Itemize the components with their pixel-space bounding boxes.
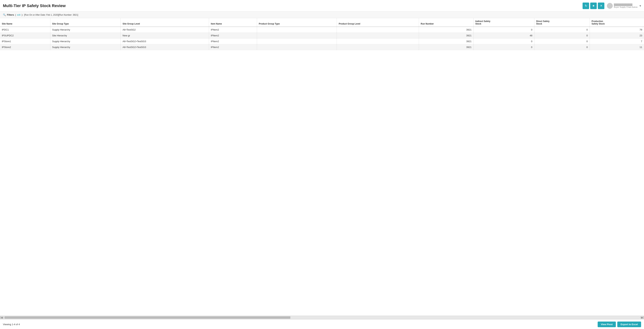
footer-buttons: View Pivot Export to Excel	[598, 322, 641, 327]
cell-product_group_level	[337, 27, 419, 33]
close-button[interactable]: ✕	[598, 2, 604, 9]
col-header-production-safety-stock[interactable]: ProductionSafety Stock	[590, 18, 644, 27]
scroll-track[interactable]	[4, 316, 640, 319]
cell-direct_safety_stock: 0	[534, 38, 590, 44]
cell-site_name: IPDC1	[0, 27, 50, 33]
export-excel-button[interactable]: Export to Excel	[617, 322, 641, 327]
cell-product_group_type	[257, 44, 337, 50]
cell-product_group_level	[337, 38, 419, 44]
cell-item_name: IPItem2	[209, 33, 257, 38]
cell-direct_safety_stock: 0	[534, 27, 590, 33]
table-row[interactable]: IPStore1Supply HierarchyAll>TestSG2>Test…	[0, 38, 644, 44]
col-header-site-name[interactable]: Site Name	[0, 18, 50, 27]
cell-production_safety_stock: 7	[590, 38, 644, 44]
avatar	[607, 3, 613, 9]
cell-run_number: 3921	[419, 27, 473, 33]
col-header-item-name[interactable]: Item Name	[209, 18, 257, 27]
filters-edit-paren-close: ):	[22, 14, 23, 16]
cell-site_group_type: Supply Hierarchy	[50, 44, 121, 50]
table-header-row: Site Name Site Group Type Site Group Lev…	[0, 18, 644, 27]
cell-indirect_safety_stock: 0	[473, 27, 534, 33]
data-table: Site Name Site Group Type Site Group Lev…	[0, 18, 644, 50]
cell-production_safety_stock: 23	[590, 33, 644, 38]
cell-item_name: IPItem2	[209, 27, 257, 33]
cell-product_group_type	[257, 38, 337, 44]
filters-bar: 🔍 Filters ( edit ): [Run On or After Dat…	[0, 12, 644, 18]
table-row[interactable]: IPStore2Supply HierarchyAll>TestSG2>Test…	[0, 44, 644, 50]
scroll-thumb[interactable]	[4, 316, 290, 319]
col-header-indirect-safety-stock[interactable]: Indirect SafetyStock	[473, 18, 534, 27]
scroll-left-arrow[interactable]: ◀	[0, 316, 4, 319]
header: Multi-Tier IP Safety Stock Review ↻ ★ ✕ …	[0, 0, 644, 12]
header-actions: ↻ ★ ✕ ████████████ Buyer Supply Chain Ad…	[582, 2, 641, 9]
cell-site_group_level: All>TestSG2>TestSG3	[121, 44, 209, 50]
cell-direct_safety_stock: 0	[534, 33, 590, 38]
cell-product_group_type	[257, 33, 337, 38]
cell-run_number: 3921	[419, 33, 473, 38]
user-details: ████████████ Buyer Supply Chain Admin	[614, 4, 638, 8]
user-dropdown-icon[interactable]: ▾	[640, 4, 641, 8]
footer: Viewing 1-4 of 4 View Pivot Export to Ex…	[0, 320, 644, 329]
cell-indirect_safety_stock: 48	[473, 33, 534, 38]
col-header-product-group-level[interactable]: Product Group Level	[337, 18, 419, 27]
cell-site_name: IPStore1	[0, 38, 50, 44]
cell-item_name: IPItem2	[209, 44, 257, 50]
cell-site_name: IPSUPDC2	[0, 33, 50, 38]
cell-direct_safety_stock: 0	[534, 44, 590, 50]
refresh-button[interactable]: ↻	[582, 2, 589, 9]
cell-run_number: 3921	[419, 44, 473, 50]
horizontal-scrollbar[interactable]: ◀ ▶	[0, 315, 644, 320]
cell-indirect_safety_stock: 0	[473, 38, 534, 44]
filters-edit-link[interactable]: edit	[17, 14, 20, 16]
viewing-count: Viewing 1-4 of 4	[3, 323, 20, 326]
col-header-site-group-level[interactable]: Site Group Level	[121, 18, 209, 27]
table-row[interactable]: IPSUPDC2Site HierarchyNew grIPItem239214…	[0, 33, 644, 38]
table-container[interactable]: Site Name Site Group Type Site Group Lev…	[0, 18, 644, 315]
filters-edit-paren: (	[15, 14, 16, 16]
cell-item_name: IPItem2	[209, 38, 257, 44]
filters-label: Filters	[7, 14, 14, 16]
cell-production_safety_stock: 79	[590, 27, 644, 33]
cell-site_group_level: New gr	[121, 33, 209, 38]
favorite-button[interactable]: ★	[590, 2, 597, 9]
user-role: Buyer Supply Chain Admin	[614, 6, 638, 8]
search-icon: 🔍	[3, 14, 6, 16]
cell-product_group_level	[337, 44, 419, 50]
user-info: ████████████ Buyer Supply Chain Admin ▾	[607, 3, 641, 9]
cell-site_group_type: Site Hierarchy	[50, 33, 121, 38]
cell-product_group_level	[337, 33, 419, 38]
cell-site_group_type: Supply Hierarchy	[50, 27, 121, 33]
user-name: ████████████	[614, 4, 638, 6]
table-body: IPDC1Supply HierarchyAll>TestSG2IPItem23…	[0, 27, 644, 50]
page-title: Multi-Tier IP Safety Stock Review	[3, 4, 66, 8]
table-row[interactable]: IPDC1Supply HierarchyAll>TestSG2IPItem23…	[0, 27, 644, 33]
col-header-run-number[interactable]: Run Number	[419, 18, 473, 27]
scroll-right-arrow[interactable]: ▶	[640, 316, 644, 319]
cell-production_safety_stock: 11	[590, 44, 644, 50]
cell-run_number: 3921	[419, 38, 473, 44]
col-header-site-group-type[interactable]: Site Group Type	[50, 18, 121, 27]
cell-site_group_type: Supply Hierarchy	[50, 38, 121, 44]
cell-indirect_safety_stock: 0	[473, 44, 534, 50]
cell-site_group_level: All>TestSG2	[121, 27, 209, 33]
filters-values: [Run On or After Date: Feb 1, 2020][Run …	[24, 14, 78, 16]
col-header-product-group-type[interactable]: Product Group Type	[257, 18, 337, 27]
cell-site_name: IPStore2	[0, 44, 50, 50]
content-area: Site Name Site Group Type Site Group Lev…	[0, 18, 644, 320]
cell-site_group_level: All>TestSG2>TestSG3	[121, 38, 209, 44]
cell-product_group_type	[257, 27, 337, 33]
col-header-direct-safety-stock[interactable]: Direct SafetyStock	[534, 18, 590, 27]
view-pivot-button[interactable]: View Pivot	[598, 322, 616, 327]
